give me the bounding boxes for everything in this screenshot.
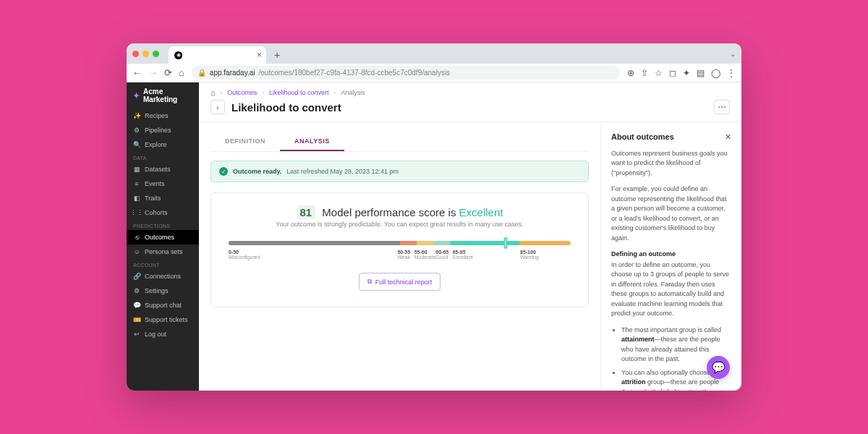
score-tick: 85-100Warning [520,250,571,260]
sidebar-icon: 💬 [133,302,140,309]
nav-buttons: ← → ⟳ ⌂ [132,67,184,78]
sidebar-icon: ≡ [133,180,140,187]
browser-window: ◉ × + ⌄ ← → ⟳ ⌂ 🔒 app.faraday.ai/outcome… [127,43,741,391]
app-body: ✦ Acme Marketing ✨Recipes⚙Pipelines🔍Expl… [127,82,741,391]
sidebar-item-support-chat[interactable]: 💬Support chat [127,298,199,312]
sidebar-item-log-out[interactable]: ↩Log out [127,327,199,341]
toolbar-actions: ⊕ ⇧ ☆ ◻ ✦ ▤ ◯ ⋮ [627,68,736,78]
banner-title: Outcome ready. [233,168,281,175]
external-link-icon: ⧉ [367,278,372,286]
new-tab-button[interactable]: + [274,49,280,61]
sidebar: ✦ Acme Marketing ✨Recipes⚙Pipelines🔍Expl… [127,82,199,391]
tab-definition[interactable]: DEFINITION [210,132,280,151]
about-panel: About outcomes ✕ Outcomes represent busi… [600,122,741,391]
sidebar-label: Traits [145,195,161,202]
org-header[interactable]: ✦ Acme Marketing [127,82,199,109]
sidebar-item-support-tickets[interactable]: 🎫Support tickets [127,312,199,327]
breadcrumb-item[interactable]: Outcomes [227,89,257,96]
bar-seg-weak [400,241,417,245]
score-tick: 65-85Excellent [453,250,520,260]
sidebar-item-datasets[interactable]: ▦Datasets [127,162,199,176]
sidebar-item-traits[interactable]: ◧Traits [127,191,199,205]
sidebar-icon: ▦ [133,166,140,173]
tab-analysis[interactable]: ANALYSIS [280,132,344,151]
breadcrumb-item[interactable]: Likelihood to convert [269,89,329,96]
sidebar-icon: 🔍 [133,141,140,148]
sidebar-category: ACCOUNT [127,259,199,269]
breadcrumb-home-icon[interactable]: ⌂ [210,88,216,97]
page-title: Likelihood to convert [231,101,341,114]
extension-icon[interactable]: ✦ [683,68,690,78]
url-host: app.faraday.ai [210,69,255,77]
home-icon[interactable]: ⌂ [179,67,184,78]
window-controls[interactable] [132,51,159,57]
sidebar-icon: ⚙ [133,127,140,134]
sidebar-item-explore[interactable]: 🔍Explore [127,137,199,152]
content-row: DEFINITION ANALYSIS ✓ Outcome ready. Las… [199,122,741,391]
score-tick: 0-50Misconfigured [229,250,397,260]
panel-text: Outcomes represent business goals you wa… [611,149,731,179]
bookmarks-icon[interactable]: ▤ [697,68,705,78]
sidebar-label: Settings [145,287,169,294]
score-value: 81 [297,205,316,219]
tab-bar: DEFINITION ANALYSIS [210,132,589,152]
chat-widget-button[interactable]: 💬 [707,356,730,379]
share-icon[interactable]: ⇧ [641,68,648,78]
sidebar-icon: ⎋ [133,234,140,241]
center-pane: DEFINITION ANALYSIS ✓ Outcome ready. Las… [199,122,600,391]
sidebar-label: Persona sets [145,248,183,255]
full-report-button[interactable]: ⧉ Full technical report [359,273,441,291]
more-menu-button[interactable]: ⋯ [714,100,730,114]
bar-seg-warning [519,241,571,245]
banner-text: Last refreshed May 28, 2023 12:41 pm [286,168,399,175]
close-panel-icon[interactable]: ✕ [725,131,731,143]
forward-icon[interactable]: → [148,67,158,78]
favicon-icon: ◉ [174,51,182,59]
sidebar-icon: ◧ [133,195,140,202]
sidebar-label: Connections [145,273,181,280]
sidebar-item-settings[interactable]: ⚙Settings [127,284,199,298]
tab-overflow-icon[interactable]: ⌄ [730,50,736,58]
sidebar-item-events[interactable]: ≡Events [127,176,199,191]
score-tick: 50-55Weak [397,250,414,260]
browser-tab[interactable]: ◉ × [169,46,266,64]
panel-text: For example, you could define an outcome… [611,184,731,243]
logo-icon: ✦ [133,91,140,101]
maximize-window-icon[interactable] [153,51,159,57]
zoom-icon[interactable]: ⊕ [627,68,634,78]
close-tab-icon[interactable]: × [257,50,262,60]
score-tick: 55-60Moderate [414,250,436,260]
reload-icon[interactable]: ⟳ [164,67,172,78]
sidebar-item-recipes[interactable]: ✨Recipes [127,109,199,123]
sidebar-item-cohorts[interactable]: ⋮⋮Cohorts [127,205,199,220]
sidebar-item-connections[interactable]: 🔗Connections [127,269,199,284]
address-bar[interactable]: 🔒 app.faraday.ai/outcomes/180bef27-c9fa-… [192,66,620,80]
breadcrumb: ⌂ › Outcomes › Likelihood to convert › A… [199,82,741,97]
menu-icon[interactable]: ⋮ [727,68,736,78]
browser-tab-strip: ◉ × + ⌄ [127,43,741,64]
score-card: 81 Model performance score is Excellent … [210,192,589,307]
sidebar-item-outcomes[interactable]: ⎋Outcomes [127,230,199,244]
sidebar-label: Cohorts [145,209,168,216]
bar-seg-good [434,241,451,245]
star-icon[interactable]: ☆ [655,68,663,78]
score-text: Model performance score is [322,206,459,218]
org-name: Acme Marketing [143,88,192,103]
camera-icon[interactable]: ◻ [669,68,676,78]
check-icon: ✓ [219,167,228,176]
score-ticks: 0-50Misconfigured50-55Weak55-60Moderate6… [229,250,571,260]
sidebar-icon: ↩ [133,331,140,338]
sidebar-label: Pipelines [145,127,171,134]
sidebar-icon: ⋮⋮ [133,209,140,216]
sidebar-item-persona-sets[interactable]: ☺Persona sets [127,244,199,259]
close-window-icon[interactable] [132,51,139,57]
profile-icon[interactable]: ◯ [711,68,720,78]
sidebar-label: Recipes [145,112,169,119]
sidebar-item-pipelines[interactable]: ⚙Pipelines [127,123,199,137]
score-tick: 60-65Good [435,250,452,260]
back-button[interactable]: ‹ [210,100,225,114]
minimize-window-icon[interactable] [142,51,149,57]
sidebar-category: DATA [127,152,199,162]
score-headline: 81 Model performance score is Excellent [223,206,576,218]
back-icon[interactable]: ← [132,67,142,78]
